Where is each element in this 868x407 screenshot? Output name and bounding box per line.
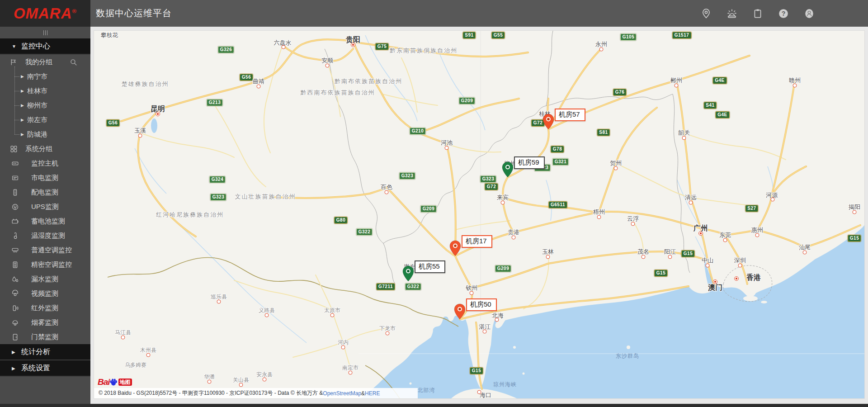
road-shield: G75 [375,43,389,50]
baidu-map-logo[interactable]: Bai 地图 [98,377,132,388]
registered-mark: ® [72,8,77,14]
city-dot [121,336,125,340]
user-avatar-icon[interactable] [804,8,815,19]
sidebar-item-water-leak[interactable]: 漏水监测 [0,272,90,286]
sidebar-item-door-access[interactable]: 门禁监测 [0,330,90,344]
city-dot [614,166,618,170]
map-label: 澳门 [708,283,722,293]
sidebar-item-fangchenggang[interactable]: ▶防城港 [0,127,90,142]
machine-room-label[interactable]: 机房57 [555,109,585,121]
item-label: 普通空调监控 [31,246,72,255]
machine-room-label[interactable]: 机房50 [466,298,497,311]
city-dot [445,146,449,150]
map-label: 黔南布依族苗族自治州 [335,77,402,85]
city-dot [599,47,604,52]
road-shield: G105 [620,33,637,41]
machine-room-label[interactable]: 机房55 [415,260,445,273]
sidebar-item-precision-ac[interactable]: 精密空调监控 [0,257,90,272]
map-label: 楚雄彝族自治州 [122,80,169,88]
city-dot [326,64,330,68]
item-label: 精密空调监控 [31,260,72,269]
sidebar-item-video[interactable]: 视频监测 [0,286,90,301]
logs-icon[interactable] [752,8,763,19]
road-shield: G323 [399,172,415,180]
logo: OMARA® [0,0,90,27]
road-shield: G209 [459,97,475,104]
sidebar-section-statistics[interactable]: ▶统计分析 [0,344,90,360]
city-dot [771,198,775,202]
road-shield: G78 [551,146,564,153]
city-dot [793,84,797,88]
city-dot [477,390,481,394]
sidebar-tree: ▶南宁市▶桂林市▶柳州市▶崇左市▶防城港 [0,69,90,142]
map-label: 东沙群岛 [616,352,639,360]
smoke-icon [11,319,19,327]
here-link[interactable]: HERE [365,390,380,397]
chevron-right-icon: ▶ [21,74,24,79]
map-canvas[interactable]: 贵阳昆明广州香港澳门攀枝花六盘水安顺曲靖玉溪百色河池来宾贵港玉林梧州贺州郴州永州… [94,31,864,398]
city-dot [734,276,739,281]
city-dot [341,345,345,350]
sidebar-menu: ▼监控中心我的分组▶南宁市▶桂林市▶柳州市▶崇左市▶防城港系统分组监控主机市电监… [0,38,90,377]
sidebar-section-system-settings[interactable]: ▶系统设置 [0,360,90,377]
city-dot [138,134,142,138]
road-shield: S81 [597,129,610,136]
item-label: 监控主机 [31,159,58,168]
video-icon [11,290,19,298]
location-pin-icon[interactable] [701,8,712,19]
machine-room-pin-alarm[interactable] [454,303,466,320]
road-shield: G72 [485,183,498,190]
item-label: UPS监测 [31,203,59,211]
sidebar-item-system-groups[interactable]: 系统分组 [0,142,90,156]
machine-room-pin-normal[interactable] [402,265,414,282]
machine-room-label[interactable]: 机房17 [462,235,492,248]
road-shield: G213 [207,99,223,106]
city-dot [156,112,160,116]
help-icon[interactable]: ? [778,8,789,19]
sidebar-item-temp-humidity[interactable]: 温湿度监测 [0,228,90,243]
copyright-text: © 2018 Baidu - GS(2018)5572号 - 甲测资字11009… [99,389,323,397]
sidebar-item-my-groups[interactable]: 我的分组 [0,55,90,69]
logo-text: OMARA® [14,5,77,22]
sidebar-section-monitoring-center[interactable]: ▼监控中心 [0,38,90,55]
machine-room-pin-alarm[interactable] [542,114,554,130]
sidebar-collapse-handle[interactable] [0,27,90,38]
machine-room-pin-alarm[interactable] [449,240,461,256]
openstreetmap-link[interactable]: OpenStreetMap [323,390,361,397]
city-dot [385,190,389,194]
city-dot [512,236,516,240]
machine-room-label[interactable]: 机房59 [514,156,545,169]
sidebar-item-battery[interactable]: 蓄电池监测 [0,214,90,228]
road-shield: G323 [480,175,496,183]
item-label: 防城港 [27,130,47,139]
sidebar-item-infrared[interactable]: 红外监测 [0,301,90,315]
sidebar-item-chongzuo[interactable]: ▶崇左市 [0,113,90,127]
road-shield: G209 [420,205,437,213]
water-leak-icon [11,275,19,283]
sidebar-item-mains-power[interactable]: 市电监测 [0,170,90,185]
road-shield: G76 [613,89,627,96]
sidebar: ▼监控中心我的分组▶南宁市▶桂林市▶柳州市▶崇左市▶防城港系统分组监控主机市电监… [0,27,90,404]
temp-humidity-icon [11,232,19,240]
sidebar-item-ups[interactable]: UPS监测 [0,199,90,214]
sidebar-item-smoke[interactable]: 烟雾监测 [0,315,90,330]
machine-room-pin-normal[interactable] [502,161,514,178]
road-shield: G324 [209,176,226,183]
sidebar-item-nanning[interactable]: ▶南宁市 [0,69,90,84]
city-dot [642,255,646,259]
sidebar-item-liuzhou[interactable]: ▶柳州市 [0,98,90,113]
chevron-right-icon: ▶ [12,350,16,355]
sidebar-item-host-monitoring[interactable]: 监控主机 [0,156,90,170]
sidebar-item-power-distribution[interactable]: 配电监测 [0,185,90,199]
city-dot [738,264,742,268]
city-dot [349,371,353,375]
top-header: OMARA® 数据中心运维平台 ? [0,0,868,27]
map-label: 乌多姆赛 [125,361,146,369]
search-icon[interactable] [70,58,77,66]
road-shield: G326 [218,46,234,53]
road-shield: G15 [681,250,695,257]
city-dot [689,201,693,205]
sidebar-item-ac[interactable]: 普通空调监控 [0,243,90,257]
sidebar-item-guilin[interactable]: ▶桂林市 [0,84,90,98]
alarm-icon[interactable] [726,8,737,19]
